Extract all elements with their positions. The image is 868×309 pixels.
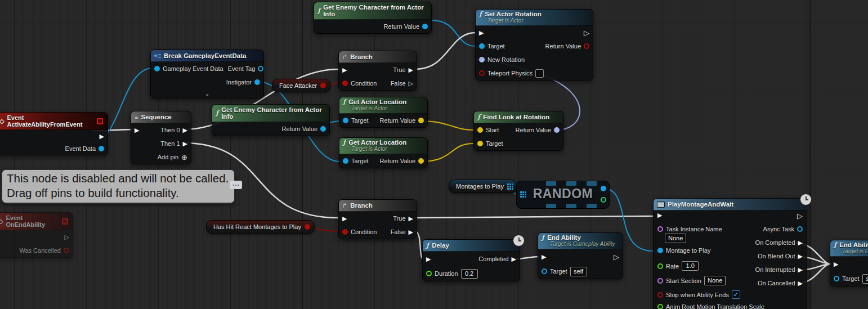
pin-return-value[interactable]: Return Value xyxy=(516,127,560,133)
node-get-actor-location-2[interactable]: ƒ Get Actor Location Target is Actor Tar… xyxy=(339,137,428,168)
pin-condition[interactable]: Condition xyxy=(342,80,377,87)
exec-in-pin[interactable] xyxy=(834,261,838,267)
array-pin[interactable] xyxy=(507,183,513,190)
pin-target[interactable]: Target xyxy=(343,158,369,164)
node-header: ƒ Get Actor Location Target is Actor xyxy=(339,138,427,154)
pin-montage-to-play[interactable]: Montage to Play xyxy=(657,247,711,254)
node-get-actor-location-1[interactable]: ƒ Get Actor Location Target is Actor Tar… xyxy=(339,97,428,128)
pin-event-tag[interactable]: Event Tag xyxy=(228,65,264,72)
variable-face-attacker[interactable]: Face Attacker xyxy=(272,79,330,92)
pin-target[interactable]: Target xyxy=(343,117,369,124)
pin-task-instance-name[interactable]: Task Instance Name xyxy=(657,226,722,232)
pin-on-cancelled[interactable]: On Cancelled xyxy=(758,280,803,286)
pin-true[interactable]: True xyxy=(393,66,413,73)
array-in-pin[interactable] xyxy=(520,191,526,198)
exec-out-pin[interactable] xyxy=(797,212,803,220)
pin-target[interactable]: Target xyxy=(477,140,503,147)
exec-in-pin[interactable] xyxy=(542,254,546,260)
pin-label: Return Value xyxy=(516,127,551,133)
node-break-gameplayeventdata[interactable]: Break GameplayEventData Gameplay Event D… xyxy=(150,50,264,98)
stop-when-ability-ends-checkbox[interactable] xyxy=(732,290,740,299)
exec-in-pin[interactable] xyxy=(657,212,662,218)
start-section-input[interactable]: None xyxy=(704,276,726,285)
node-branch-1[interactable]: ↱ Branch True Condition False xyxy=(338,51,417,91)
bool-pin[interactable] xyxy=(305,224,310,230)
node-title: End Ability xyxy=(839,241,868,248)
pin-target[interactable]: Target self xyxy=(834,274,868,284)
pin-then1[interactable]: Then 1 xyxy=(160,140,187,147)
variable-montages-to-play[interactable]: Montages to Play xyxy=(449,180,518,193)
pin-then0[interactable]: Then 0 xyxy=(160,127,187,133)
object-out-pin[interactable] xyxy=(601,186,606,191)
target-input[interactable]: self xyxy=(570,267,587,276)
pin-return-value[interactable]: Return Value xyxy=(380,117,424,124)
pin-on-interrupted[interactable]: On Interrupted xyxy=(755,266,803,273)
pin-true[interactable]: True xyxy=(393,215,413,222)
pin-return-value[interactable]: Return Value xyxy=(545,43,589,50)
pin-start[interactable]: Start xyxy=(477,127,499,133)
pin-rate[interactable]: Rate 1.0 xyxy=(657,261,699,271)
pin-completed[interactable]: Completed xyxy=(478,256,516,262)
pin-async-task[interactable]: Async Task xyxy=(763,226,803,232)
pin-anim-root-motion-scale[interactable]: Anim Root Motion Translation Scale xyxy=(657,303,764,309)
pin-gameplay-event-data[interactable]: Gameplay Event Data xyxy=(154,65,223,72)
node-play-montage-and-wait[interactable]: PlayMontageAndWait Task Instance Name No… xyxy=(653,198,807,309)
add-pin-button[interactable]: Add pin ⊕ xyxy=(158,154,187,161)
node-branch-2[interactable]: ↱ Branch True Condition False xyxy=(338,199,417,239)
rate-input[interactable]: 1.0 xyxy=(682,261,699,271)
pin-stop-when-ability-ends[interactable]: Stop when Ability Ends xyxy=(657,290,740,299)
target-input[interactable]: self xyxy=(862,274,868,284)
bool-pin[interactable] xyxy=(320,83,326,88)
exec-in-pin[interactable] xyxy=(479,30,484,36)
task-instance-input[interactable]: None xyxy=(665,234,686,243)
exec-in-pin[interactable] xyxy=(426,256,431,262)
pin-return-value[interactable]: Return Value xyxy=(282,126,326,132)
chevron-down-icon[interactable]: ⌄ xyxy=(204,92,209,95)
pin-target[interactable]: Target self xyxy=(542,267,587,276)
pin-row: Target self xyxy=(830,271,868,286)
bool-pin xyxy=(657,292,663,298)
node-get-enemy-character-1[interactable]: ƒ Get Enemy Character from Actor Info Re… xyxy=(314,2,432,34)
node-random-macro[interactable]: RANDOM xyxy=(516,181,610,209)
exec-in-pin[interactable] xyxy=(135,127,139,133)
pin-start-section[interactable]: Start Section None xyxy=(657,276,726,285)
more-options-icon[interactable]: ⋯ xyxy=(230,181,242,189)
exec-out-pin[interactable] xyxy=(65,234,69,240)
pin-false[interactable]: False xyxy=(391,80,413,87)
node-find-look-at-rotation[interactable]: ƒ Find Look at Rotation Start Return Val… xyxy=(473,111,563,151)
node-end-ability[interactable]: ƒ End Ability Target is Gameplay Ability… xyxy=(538,232,623,279)
pin-new-rotation[interactable]: New Rotation xyxy=(479,56,525,63)
variable-has-hit-react-montages[interactable]: Has Hit React Montages to Play xyxy=(206,220,315,234)
wire-branch1-true-to-setrotation xyxy=(415,33,476,69)
node-set-actor-rotation[interactable]: ƒ Set Actor Rotation Target is Actor Tar… xyxy=(475,9,593,80)
node-get-enemy-character-2[interactable]: ƒ Get Enemy Character from Actor Info Re… xyxy=(212,104,330,136)
pin-was-cancelled[interactable]: Was Cancelled xyxy=(19,247,69,254)
teleport-physics-checkbox[interactable] xyxy=(535,69,544,78)
exec-out-pin[interactable] xyxy=(584,29,589,37)
pin-on-completed[interactable]: On Completed xyxy=(755,239,803,246)
exec-out-pin[interactable] xyxy=(100,133,104,140)
node-delay[interactable]: ƒ Delay Completed Duration 0.2 xyxy=(422,239,520,281)
blueprint-canvas[interactable]: ƒ Get Enemy Character from Actor Info Re… xyxy=(0,0,868,309)
index-out-pin[interactable] xyxy=(601,197,606,203)
pin-instigator[interactable]: Instigator xyxy=(226,79,260,86)
duration-input[interactable]: 0.2 xyxy=(461,269,478,279)
pin-condition[interactable]: Condition xyxy=(342,229,377,235)
pin-event-data[interactable]: Event Data xyxy=(65,145,104,152)
pin-row: Duration 0.2 xyxy=(423,266,520,281)
node-event-on-end-ability[interactable]: ◇ Event OnEndAbility Was Cancelled xyxy=(0,212,73,258)
exec-in-pin[interactable] xyxy=(342,67,347,73)
pin-false[interactable]: False xyxy=(391,229,413,235)
pin-label: False xyxy=(391,229,406,235)
pin-on-blend-out[interactable]: On Blend Out xyxy=(758,253,803,259)
pin-duration[interactable]: Duration 0.2 xyxy=(426,269,478,279)
exec-in-pin[interactable] xyxy=(342,216,347,222)
node-sequence[interactable]: ≡ Sequence Then 0 Then 1 Add pin ⊕ xyxy=(131,111,191,164)
pin-target[interactable]: Target xyxy=(479,43,505,50)
node-end-ability-right[interactable]: ƒ End Ability Target is Gameplay Ability… xyxy=(830,240,868,286)
pin-teleport-physics[interactable]: Teleport Physics xyxy=(479,69,544,78)
node-event-activate-ability-from-event[interactable]: ◇ Event ActivateAbilityFromEvent Event D… xyxy=(0,112,108,155)
pin-return-value[interactable]: Return Value xyxy=(380,158,424,164)
exec-out-pin[interactable] xyxy=(614,253,619,261)
pin-return-value[interactable]: Return Value xyxy=(384,23,428,30)
